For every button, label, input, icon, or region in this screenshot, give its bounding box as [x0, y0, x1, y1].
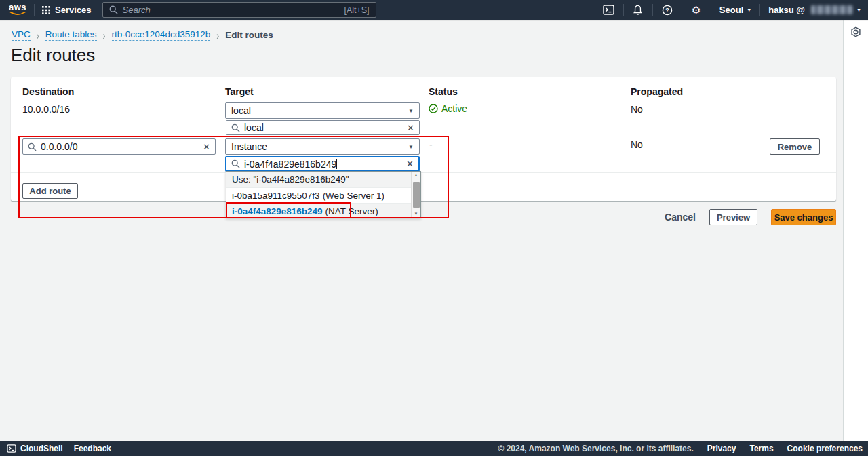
- help-icon[interactable]: ?: [661, 4, 673, 16]
- settings-gear-icon[interactable]: ⚙: [690, 4, 703, 16]
- scrollbar-thumb[interactable]: [413, 182, 420, 208]
- search-icon: [231, 124, 240, 132]
- account-user-prefix: haksu @: [768, 5, 805, 15]
- footer-bar: CloudShell Feedback © 2024, Amazon Web S…: [0, 441, 868, 456]
- cloudshell-icon[interactable]: [603, 4, 615, 16]
- dropdown-option-instance-highlighted[interactable]: i-0a4f4a829e816b249 (NAT Server): [226, 203, 420, 218]
- dropdown-scrollbar[interactable]: ▲ ▼: [411, 172, 420, 217]
- dropdown-option-instance[interactable]: i-0ba15a911c95507f3 (Web Server 1): [226, 187, 420, 203]
- services-menu-button[interactable]: Services: [42, 5, 92, 15]
- destination-input-value: 0.0.0.0/0: [41, 141, 199, 152]
- feedback-link[interactable]: Feedback: [74, 444, 111, 453]
- page-title: Edit routes: [11, 45, 95, 66]
- search-icon: [231, 159, 240, 168]
- search-icon: [28, 142, 37, 151]
- table-footer-divider: [11, 172, 836, 173]
- services-grid-icon: [42, 6, 50, 14]
- dropdown-option-use-value[interactable]: Use: "i-0a4f4a829e816b249": [226, 172, 420, 187]
- route-destination-value: 10.0.0.0/16: [22, 104, 70, 115]
- side-panel-toggle-icon[interactable]: [850, 26, 861, 37]
- cancel-button[interactable]: Cancel: [665, 212, 696, 223]
- scroll-down-icon[interactable]: ▼: [414, 211, 418, 216]
- nav-divider: [623, 4, 624, 16]
- search-placeholder: Search: [123, 5, 340, 15]
- nav-divider: [711, 4, 711, 16]
- breadcrumb-vpc-link[interactable]: VPC: [12, 29, 31, 41]
- breadcrumb: VPC › Route tables › rtb-0cce1204dcd3591…: [12, 29, 273, 41]
- target-filter-value: local: [244, 122, 403, 133]
- region-label: Seoul: [719, 5, 743, 15]
- target-select[interactable]: Instance ▼: [225, 138, 420, 155]
- cookie-preferences-link[interactable]: Cookie preferences: [787, 444, 863, 453]
- target-select[interactable]: local ▼: [225, 102, 420, 119]
- text-cursor: [336, 159, 337, 169]
- account-id-redacted: [811, 5, 853, 14]
- account-menu[interactable]: haksu @ ▼: [768, 5, 861, 15]
- breadcrumb-separator: ›: [37, 28, 39, 42]
- nav-divider: [682, 4, 682, 16]
- save-changes-button[interactable]: Save changes: [771, 209, 836, 225]
- instance-name: (NAT Server): [326, 206, 378, 216]
- region-selector[interactable]: Seoul ▼: [719, 5, 751, 15]
- aws-logo[interactable]: aws: [9, 4, 26, 16]
- remove-button[interactable]: Remove: [770, 138, 820, 155]
- breadcrumb-route-table-id-link[interactable]: rtb-0cce1204dcd35912b: [112, 29, 211, 41]
- services-label: Services: [55, 5, 92, 15]
- cloudshell-icon: [7, 444, 16, 453]
- search-icon: [109, 5, 118, 14]
- breadcrumb-separator: ›: [103, 28, 106, 42]
- cloudshell-launcher[interactable]: CloudShell: [7, 444, 63, 453]
- preview-button[interactable]: Preview: [709, 209, 757, 225]
- column-header-target: Target: [225, 86, 254, 97]
- global-search-input[interactable]: Search [Alt+S]: [102, 2, 376, 18]
- clear-icon[interactable]: ✕: [406, 159, 414, 168]
- notifications-bell-icon[interactable]: [632, 4, 644, 16]
- scroll-up-icon[interactable]: ▲: [414, 172, 418, 178]
- route-status: Active: [429, 103, 467, 114]
- aws-smile-icon: [9, 11, 26, 16]
- column-header-propagated: Propagated: [631, 86, 683, 97]
- column-header-status: Status: [429, 86, 458, 97]
- route-status-empty: -: [429, 139, 433, 150]
- right-side-panel: [843, 20, 868, 441]
- cloudshell-label: CloudShell: [20, 444, 63, 453]
- nav-divider: [760, 4, 760, 16]
- terms-link[interactable]: Terms: [749, 444, 773, 453]
- chevron-down-icon: ▼: [408, 144, 414, 150]
- target-select-value: local: [231, 105, 251, 116]
- svg-text:?: ?: [665, 7, 669, 14]
- chevron-down-icon: ▼: [856, 7, 861, 12]
- target-filter-input[interactable]: local ✕: [226, 120, 420, 135]
- status-label: Active: [441, 103, 467, 114]
- search-shortcut-hint: [Alt+S]: [344, 5, 369, 15]
- chevron-down-icon: ▼: [747, 7, 751, 12]
- chevron-down-icon: ▼: [408, 108, 414, 114]
- privacy-link[interactable]: Privacy: [707, 444, 736, 453]
- instance-name: (Web Server 1): [323, 191, 384, 201]
- destination-input[interactable]: 0.0.0.0/0 ✕: [22, 138, 216, 155]
- breadcrumb-route-tables-link[interactable]: Route tables: [45, 29, 97, 41]
- edit-routes-card: Destination Target Status Propagated 10.…: [11, 77, 836, 201]
- nav-divider: [652, 4, 653, 16]
- copyright-text: © 2024, Amazon Web Services, Inc. or its…: [498, 444, 693, 453]
- target-filter-value: i-0a4f4a829e816b249: [244, 159, 402, 170]
- route-propagated-value: No: [631, 104, 643, 115]
- instance-id: i-0ba15a911c95507f3: [232, 191, 320, 201]
- add-route-button[interactable]: Add route: [22, 183, 78, 199]
- route-propagated-value: No: [631, 139, 643, 150]
- status-active-check-icon: [429, 104, 438, 113]
- aws-logo-text: aws: [9, 4, 26, 11]
- instance-id: i-0a4f4a829e816b249: [232, 206, 323, 216]
- top-navigation-bar: aws Services Search [Alt+S]: [0, 0, 868, 20]
- clear-icon[interactable]: ✕: [203, 142, 210, 151]
- target-select-value: Instance: [231, 141, 267, 152]
- breadcrumb-current: Edit routes: [225, 30, 273, 40]
- breadcrumb-separator: ›: [216, 28, 219, 42]
- nav-divider: [34, 4, 35, 16]
- clear-icon[interactable]: ✕: [407, 124, 414, 132]
- column-header-destination: Destination: [22, 86, 74, 97]
- target-options-dropdown: Use: "i-0a4f4a829e816b249" i-0ba15a911c9…: [226, 171, 421, 218]
- target-filter-input-focused[interactable]: i-0a4f4a829e816b249 ✕: [225, 156, 420, 172]
